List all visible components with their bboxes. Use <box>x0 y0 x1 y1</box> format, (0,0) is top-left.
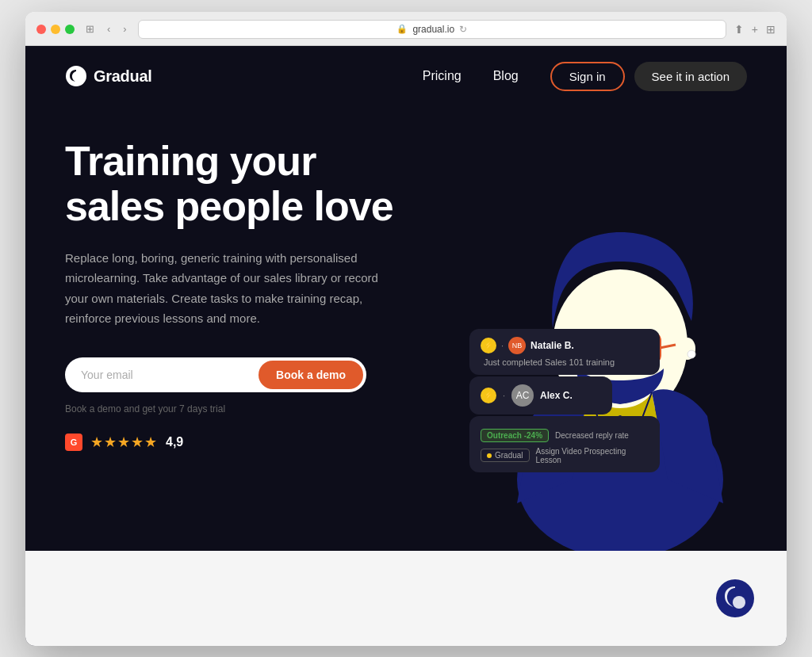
gradual-tag: Gradual <box>481 449 530 462</box>
nav-links: Pricing Blog <box>423 69 519 83</box>
alex-name: Alex C. <box>540 390 573 401</box>
g2-logo: G <box>65 434 82 451</box>
browser-nav-actions: ⊞ ‹ › <box>82 21 130 36</box>
gradual-bottom-icon <box>715 579 755 618</box>
bottom-section <box>25 551 787 646</box>
nav-blog[interactable]: Blog <box>493 69 519 83</box>
address-bar[interactable]: 🔒 gradual.io ↻ <box>138 20 726 39</box>
hero-subtitle: Replace long, boring, generic training w… <box>65 248 398 329</box>
notification-dot: ⚡ <box>481 338 496 353</box>
navbar: Gradual Pricing Blog Sign in See it in a… <box>25 46 787 107</box>
url-text: gradual.io <box>412 24 454 35</box>
svg-point-10 <box>688 350 695 358</box>
gradual-row: Gradual Assign Video Prospecting Lesson <box>481 447 649 464</box>
outreach-sub: Decreased reply rate <box>555 431 629 440</box>
tabs-icon[interactable]: ⊞ <box>766 23 776 36</box>
rating-score: 4,9 <box>166 435 183 449</box>
demo-button[interactable]: Book a demo <box>259 361 363 389</box>
maximize-button[interactable] <box>65 25 75 34</box>
email-form: Book a demo <box>65 357 366 392</box>
rating-row: G ★★★★★ 4,9 <box>65 434 462 451</box>
natalie-avatar: NB <box>508 337 526 354</box>
logo-text: Gradual <box>94 67 151 86</box>
new-tab-icon[interactable]: + <box>752 23 758 36</box>
natalie-action-text: Just completed Sales 101 training <box>481 357 649 367</box>
browser-window: ⊞ ‹ › 🔒 gradual.io ↻ ⬆ + ⊞ Gradual <box>25 12 787 646</box>
svg-point-12 <box>733 596 745 609</box>
card-alex: ⚡ · AC Alex C. <box>469 376 612 414</box>
hero-section: Training your sales people love Replace … <box>25 107 787 551</box>
outreach-row: Outreach -24% Decreased reply rate <box>481 429 649 442</box>
card-natalie: ⚡ · NB Natalie B. Just completed Sales 1… <box>469 329 660 375</box>
site-content: Gradual Pricing Blog Sign in See it in a… <box>25 46 787 646</box>
svg-point-0 <box>66 66 86 86</box>
close-button[interactable] <box>36 25 46 34</box>
back-button[interactable]: ‹ <box>104 21 113 36</box>
gradual-dot <box>487 453 492 458</box>
nav-pricing[interactable]: Pricing <box>423 69 462 83</box>
floating-cards: ⚡ · NB Natalie B. Just completed Sales 1… <box>469 313 676 472</box>
natalie-name: Natalie B. <box>530 340 574 351</box>
browser-right-actions: ⬆ + ⊞ <box>734 23 776 36</box>
logo-area: Gradual <box>65 65 423 87</box>
hero-title: Training your sales people love <box>65 139 462 229</box>
signin-button[interactable]: Sign in <box>550 62 625 91</box>
nav-buttons: Sign in See it in action <box>550 62 747 91</box>
trial-text: Book a demo and get your 7 days trial <box>65 403 462 414</box>
card-actions: Outreach -24% Decreased reply rate Gradu… <box>469 416 660 472</box>
traffic-lights <box>36 25 75 34</box>
forward-button[interactable]: › <box>120 21 129 36</box>
share-icon[interactable]: ⬆ <box>734 23 744 36</box>
email-input[interactable] <box>81 369 259 381</box>
reload-icon[interactable]: ↻ <box>459 24 467 35</box>
stars: ★★★★★ <box>90 434 158 451</box>
sidebar-toggle-icon[interactable]: ⊞ <box>82 21 98 36</box>
outreach-tag: Outreach -24% <box>481 429 549 442</box>
gradual-sub: Assign Video Prospecting Lesson <box>536 447 649 464</box>
see-action-button[interactable]: See it in action <box>634 62 747 91</box>
hero-content: Training your sales people love Replace … <box>65 139 462 451</box>
logo-icon <box>65 65 87 87</box>
lock-icon: 🔒 <box>396 24 408 34</box>
minimize-button[interactable] <box>51 25 60 34</box>
alex-avatar: AC <box>511 384 534 407</box>
browser-chrome: ⊞ ‹ › 🔒 gradual.io ↻ ⬆ + ⊞ <box>25 12 787 46</box>
alex-dot: ⚡ <box>481 388 496 403</box>
